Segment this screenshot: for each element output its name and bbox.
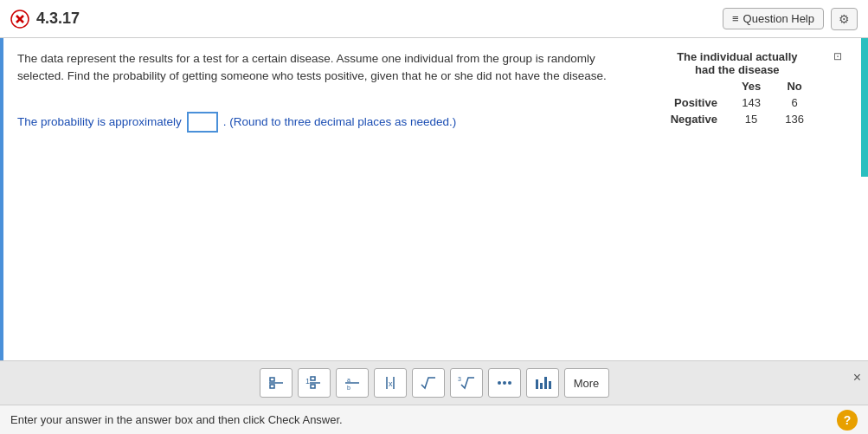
more-label: More — [574, 377, 600, 390]
svg-rect-21 — [540, 383, 543, 389]
answer-input[interactable] — [187, 112, 218, 133]
table-title-line1: The individual actually — [677, 50, 797, 63]
svg-rect-7 — [311, 377, 315, 380]
problem-id: 4.3.17 — [36, 10, 80, 28]
expand-icon[interactable]: ⊡ — [833, 50, 842, 62]
question-help-label: Question Help — [743, 12, 814, 25]
table-cell-no: 136 — [773, 111, 816, 127]
svg-rect-20 — [536, 379, 538, 389]
header-left: 4.3.17 — [10, 10, 80, 29]
mixed-fraction-button[interactable]: 1 — [298, 368, 331, 398]
sqrt-button[interactable] — [412, 368, 445, 398]
svg-rect-9 — [311, 385, 315, 388]
table-title: The individual actually had the disease — [659, 50, 816, 76]
table-header-empty — [659, 78, 730, 94]
svg-point-19 — [508, 381, 511, 385]
svg-text:3: 3 — [458, 376, 461, 382]
svg-text:b: b — [347, 385, 350, 391]
status-text: Enter your answer in the answer box and … — [10, 413, 343, 426]
more-button[interactable]: More — [564, 368, 609, 398]
table-cell-label: Positive — [659, 94, 730, 111]
svg-rect-5 — [270, 385, 274, 388]
dots-button[interactable] — [488, 368, 521, 398]
table-cell-no: 6 — [773, 94, 816, 111]
table-container: The individual actually had the disease … — [659, 50, 816, 127]
gear-button[interactable]: ⚙ — [831, 8, 858, 30]
status-bar: Enter your answer in the answer box and … — [0, 405, 868, 434]
table-subtitle: had the disease — [695, 63, 780, 76]
abs-value-button[interactable]: x — [374, 368, 407, 398]
help-icon-button[interactable]: ? — [837, 410, 858, 431]
question-text: The data represent the results for a tes… — [17, 50, 640, 86]
bar-chart-button[interactable] — [526, 368, 559, 398]
svg-point-17 — [498, 381, 501, 385]
small-fraction-button[interactable]: a b — [336, 368, 369, 398]
disease-table: Yes No Positive1436Negative15136 — [659, 78, 816, 127]
gear-icon: ⚙ — [839, 12, 850, 26]
svg-point-18 — [503, 381, 506, 385]
close-toolbar-button[interactable]: × — [853, 370, 861, 385]
answer-prefix: The probability is approximately — [17, 115, 182, 128]
round-note: . (Round to three decimal places as need… — [223, 115, 456, 128]
teal-bar — [861, 38, 868, 177]
table-cell-yes: 15 — [730, 111, 773, 127]
svg-rect-22 — [544, 377, 547, 389]
table-row: Positive1436 — [659, 94, 816, 111]
question-help-button[interactable]: ≡ Question Help — [723, 8, 824, 29]
svg-rect-23 — [549, 381, 551, 389]
svg-text:1: 1 — [305, 377, 310, 385]
svg-text:x: x — [389, 379, 393, 388]
close-icon[interactable] — [10, 10, 29, 29]
header-right: ≡ Question Help ⚙ — [723, 8, 858, 30]
help-label: ? — [844, 413, 852, 427]
svg-text:a: a — [347, 377, 350, 383]
cbrt-button[interactable]: 3 — [450, 368, 483, 398]
table-row: Negative15136 — [659, 111, 816, 127]
list-icon: ≡ — [732, 12, 739, 25]
fraction-button[interactable] — [260, 368, 293, 398]
header: 4.3.17 ≡ Question Help ⚙ — [0, 0, 868, 38]
bottom-toolbar: × 1 a b x — [0, 360, 868, 405]
table-header-yes: Yes — [730, 78, 773, 94]
table-cell-label: Negative — [659, 111, 730, 127]
svg-rect-3 — [270, 378, 274, 381]
table-cell-yes: 143 — [730, 94, 773, 111]
table-header-no: No — [773, 78, 816, 94]
main-content: The data represent the results for a tes… — [0, 38, 868, 367]
